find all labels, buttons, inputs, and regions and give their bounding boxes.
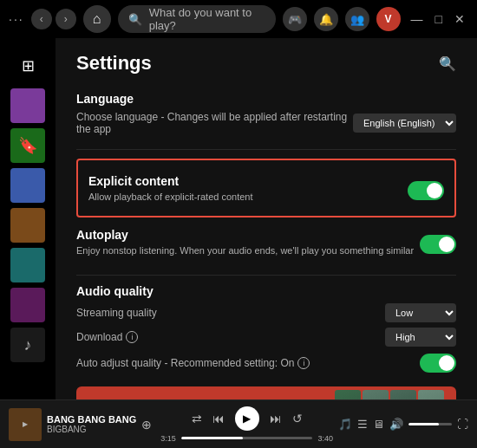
home-button[interactable]: ⌂ <box>83 5 111 33</box>
banner-figure-2 <box>363 390 389 399</box>
repeat-button[interactable]: ↺ <box>292 412 303 425</box>
devices-icon[interactable]: 🖥 <box>373 418 384 431</box>
lyrics-icon[interactable]: 🎵 <box>338 418 352 431</box>
search-icon: 🔍 <box>128 13 142 26</box>
audio-quality-title: Audio quality <box>76 284 456 298</box>
banner-figures <box>335 390 444 399</box>
autoplay-desc: Enjoy nonstop listening. When your audio… <box>76 245 414 256</box>
forward-button[interactable]: › <box>56 9 76 29</box>
player-controls: ⇄ ⏮ ▶ ⏭ ↺ 3:15 3:40 <box>160 406 333 443</box>
volume-icon[interactable]: 🔊 <box>389 418 403 431</box>
settings-title: Settings <box>76 52 152 75</box>
explicit-content-title: Explicit content <box>88 174 253 188</box>
auto-adjust-label: Auto adjust quality - Recommended settin… <box>76 357 294 369</box>
progress-fill <box>181 437 243 439</box>
explicit-content-desc: Allow playback of explicit-rated content <box>88 192 253 202</box>
maximize-button[interactable]: □ <box>432 10 446 28</box>
audio-quality-section: Audio quality Streaming quality Low Norm… <box>76 284 456 373</box>
fullscreen-icon[interactable]: ⛶ <box>457 418 468 431</box>
sidebar-item-2[interactable]: 🔖 <box>10 128 45 163</box>
language-title: Language <box>76 92 456 106</box>
auto-adjust-toggle-slider <box>420 354 456 373</box>
explicit-content-toggle[interactable] <box>408 181 444 200</box>
sidebar-item-5[interactable] <box>10 248 45 282</box>
promo-banner[interactable]: LINKIN PARK THE EMPTINESS MACHINE LISTEN… <box>76 386 456 399</box>
search-bar[interactable]: 🔍 What do you want to play? <box>118 5 276 33</box>
banner-figure-1 <box>335 390 361 399</box>
volume-bar[interactable] <box>408 423 452 425</box>
player-album-art: ▶ <box>9 408 42 441</box>
download-label-wrap: Download i <box>76 331 138 343</box>
topbar-right: 🎮 🔔 👥 V — □ ✕ <box>283 7 468 31</box>
explicit-content-section: Explicit content Allow playback of expli… <box>76 159 456 218</box>
progress-bar[interactable] <box>181 437 313 439</box>
search-placeholder: What do you want to play? <box>149 6 265 32</box>
sidebar: ⊞ 🔖 ♪ <box>0 38 56 399</box>
sidebar-item-6[interactable] <box>10 288 45 322</box>
queue-icon[interactable]: ☰ <box>357 418 368 431</box>
auto-adjust-toggle[interactable] <box>420 354 456 373</box>
language-select[interactable]: English (English) <box>353 114 456 133</box>
streaming-quality-label: Streaming quality <box>76 307 157 319</box>
main-layout: ⊞ 🔖 ♪ Settings 🔍 Language Cho <box>0 38 477 399</box>
settings-search-icon[interactable]: 🔍 <box>439 55 456 72</box>
download-quality-select[interactable]: Low Normal High Very high <box>385 328 456 347</box>
player-right-controls: 🎵 ☰ 🖥 🔊 ⛶ <box>338 418 468 431</box>
settings-content: Settings 🔍 Language Choose language - Ch… <box>56 38 477 399</box>
autoplay-title: Autoplay <box>76 228 414 242</box>
user-avatar[interactable]: V <box>376 7 401 31</box>
sidebar-item-1[interactable] <box>10 88 45 123</box>
explicit-content-row: Explicit content Allow playback of expli… <box>88 174 444 207</box>
auto-adjust-info-icon[interactable]: i <box>297 357 310 369</box>
sidebar-item-4[interactable] <box>10 208 45 243</box>
streaming-quality-row: Streaming quality Low Normal High Very h… <box>76 303 456 322</box>
controller-icon[interactable]: 🎮 <box>283 7 307 31</box>
window-controls: — □ ✕ <box>408 10 468 28</box>
download-quality-row: Download i Low Normal High Very high <box>76 328 456 347</box>
settings-header: Settings 🔍 <box>76 52 456 75</box>
friends-icon[interactable]: 👥 <box>345 7 369 31</box>
player-info: BANG BANG BANG BIGBANG <box>47 414 136 434</box>
autoplay-section: Autoplay Enjoy nonstop listening. When y… <box>76 228 456 261</box>
banner-figure-3 <box>390 390 416 399</box>
play-button[interactable]: ▶ <box>235 406 259 431</box>
divider-1 <box>76 149 456 150</box>
shuffle-button[interactable]: ⇄ <box>192 412 202 425</box>
download-label: Download <box>76 331 122 343</box>
sidebar-item-3[interactable] <box>10 168 45 203</box>
auto-adjust-row: Auto adjust quality - Recommended settin… <box>76 354 456 373</box>
player-add-button[interactable]: ⊕ <box>141 418 152 432</box>
back-button[interactable]: ‹ <box>31 9 52 29</box>
player-progress: 3:15 3:40 <box>160 434 333 443</box>
player-track-name: BANG BANG BANG <box>47 414 136 425</box>
player-artist-name: BIGBANG <box>47 425 136 434</box>
divider-2 <box>76 275 456 276</box>
sidebar-note-icon[interactable]: ♪ <box>10 328 45 362</box>
topbar-nav: ‹ › <box>31 9 76 29</box>
language-row: Choose language - Changes will be applie… <box>76 111 456 135</box>
volume-fill <box>408 423 439 425</box>
autoplay-row: Autoplay Enjoy nonstop listening. When y… <box>76 228 456 261</box>
sidebar-library-icon[interactable]: ⊞ <box>10 49 45 83</box>
explicit-content-text: Explicit content Allow playback of expli… <box>88 174 253 207</box>
prev-button[interactable]: ⏮ <box>212 412 225 425</box>
explicit-toggle-slider <box>408 181 444 200</box>
topbar-menu-dots[interactable]: ··· <box>9 12 24 26</box>
topbar: ··· ‹ › ⌂ 🔍 What do you want to play? 🎮 … <box>0 0 477 38</box>
player-time-total: 3:40 <box>317 434 333 443</box>
autoplay-text: Autoplay Enjoy nonstop listening. When y… <box>76 228 414 261</box>
language-section: Language Choose language - Changes will … <box>76 92 456 135</box>
minimize-button[interactable]: — <box>408 10 427 28</box>
player-buttons: ⇄ ⏮ ▶ ⏭ ↺ <box>192 406 303 431</box>
language-description: Choose language - Changes will be applie… <box>76 111 353 135</box>
next-button[interactable]: ⏭ <box>270 412 282 425</box>
close-button[interactable]: ✕ <box>451 10 468 28</box>
bell-icon[interactable]: 🔔 <box>314 7 338 31</box>
autoplay-toggle-slider <box>420 235 456 254</box>
auto-adjust-label-wrap: Auto adjust quality - Recommended settin… <box>76 357 310 369</box>
download-info-icon[interactable]: i <box>126 331 138 343</box>
player-bar: ▶ BANG BANG BANG BIGBANG ⊕ ⇄ ⏮ ▶ ⏭ ↺ 3:1… <box>0 399 477 448</box>
streaming-quality-select[interactable]: Low Normal High Very high <box>385 303 456 322</box>
autoplay-toggle[interactable] <box>420 235 456 254</box>
banner-figure-4 <box>418 390 444 399</box>
